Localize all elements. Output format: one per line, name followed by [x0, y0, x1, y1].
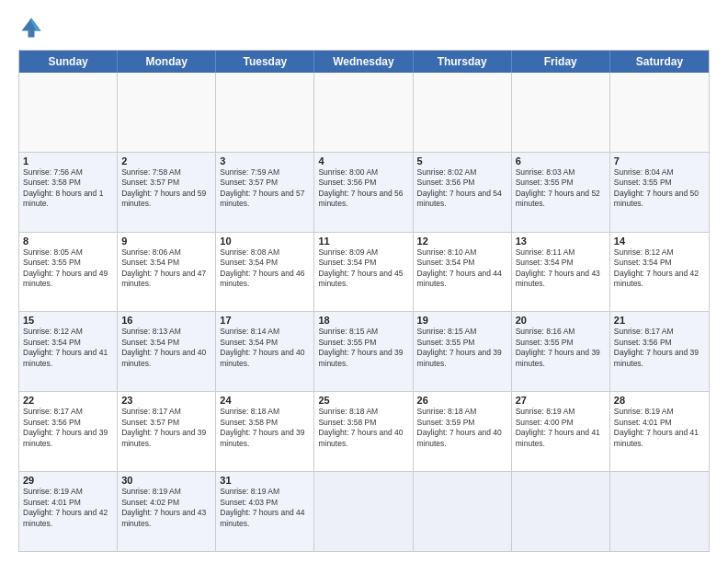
day-cell-15: 15Sunrise: 8:12 AMSunset: 3:54 PMDayligh… [19, 312, 118, 391]
day-cell-7: 7Sunrise: 8:04 AMSunset: 3:55 PMDaylight… [610, 153, 709, 232]
day-cell-2: 2Sunrise: 7:58 AMSunset: 3:57 PMDaylight… [118, 153, 216, 232]
day-cell-18: 18Sunrise: 8:15 AMSunset: 3:55 PMDayligh… [314, 312, 413, 391]
day-cell-28: 28Sunrise: 8:19 AMSunset: 4:01 PMDayligh… [610, 392, 709, 471]
empty-cell [118, 73, 216, 152]
day-info: Sunrise: 8:12 AMSunset: 3:54 PMDaylight:… [614, 247, 705, 290]
day-number: 11 [318, 236, 408, 247]
day-number: 21 [614, 315, 705, 326]
day-cell-25: 25Sunrise: 8:18 AMSunset: 3:58 PMDayligh… [314, 392, 413, 471]
day-cell-8: 8Sunrise: 8:05 AMSunset: 3:55 PMDaylight… [19, 233, 118, 312]
header-cell-tuesday: Tuesday [216, 51, 314, 73]
day-number: 9 [121, 236, 211, 247]
day-cell-23: 23Sunrise: 8:17 AMSunset: 3:57 PMDayligh… [118, 392, 216, 471]
day-cell-9: 9Sunrise: 8:06 AMSunset: 3:54 PMDaylight… [118, 233, 216, 312]
day-info: Sunrise: 8:15 AMSunset: 3:55 PMDaylight:… [417, 327, 507, 369]
calendar-row-5: 22Sunrise: 8:17 AMSunset: 3:56 PMDayligh… [19, 391, 709, 471]
day-info: Sunrise: 8:17 AMSunset: 3:57 PMDaylight:… [121, 407, 211, 449]
day-number: 3 [220, 155, 310, 167]
day-info: Sunrise: 7:59 AMSunset: 3:57 PMDaylight:… [220, 167, 310, 210]
day-info: Sunrise: 8:17 AMSunset: 3:56 PMDaylight:… [614, 327, 705, 369]
day-info: Sunrise: 8:04 AMSunset: 3:55 PMDaylight:… [614, 167, 705, 210]
day-cell-22: 22Sunrise: 8:17 AMSunset: 3:56 PMDayligh… [19, 392, 118, 471]
day-number: 4 [318, 155, 408, 167]
calendar-header: SundayMondayTuesdayWednesdayThursdayFrid… [19, 51, 709, 73]
day-cell-11: 11Sunrise: 8:09 AMSunset: 3:54 PMDayligh… [314, 233, 413, 312]
header-cell-monday: Monday [118, 51, 216, 73]
day-number: 2 [121, 155, 211, 167]
day-info: Sunrise: 8:08 AMSunset: 3:54 PMDaylight:… [220, 247, 310, 290]
day-cell-4: 4Sunrise: 8:00 AMSunset: 3:56 PMDaylight… [314, 153, 413, 232]
day-number: 24 [220, 395, 310, 406]
empty-cell [610, 73, 709, 152]
calendar-body: 1Sunrise: 7:56 AMSunset: 3:58 PMDaylight… [19, 73, 709, 551]
calendar-row-4: 15Sunrise: 8:12 AMSunset: 3:54 PMDayligh… [19, 311, 709, 391]
empty-cell [414, 73, 512, 152]
day-info: Sunrise: 8:06 AMSunset: 3:54 PMDaylight:… [121, 247, 211, 290]
day-info: Sunrise: 8:17 AMSunset: 3:56 PMDaylight:… [23, 407, 113, 449]
day-cell-24: 24Sunrise: 8:18 AMSunset: 3:58 PMDayligh… [216, 392, 314, 471]
day-number: 1 [23, 155, 113, 167]
day-info: Sunrise: 8:19 AMSunset: 4:01 PMDaylight:… [614, 407, 705, 449]
day-cell-27: 27Sunrise: 8:19 AMSunset: 4:00 PMDayligh… [512, 392, 610, 471]
day-cell-31: 31Sunrise: 8:19 AMSunset: 4:03 PMDayligh… [216, 472, 314, 551]
day-number: 26 [417, 395, 507, 406]
empty-cell [314, 73, 413, 152]
day-info: Sunrise: 8:14 AMSunset: 3:54 PMDaylight:… [220, 327, 310, 369]
header [18, 15, 710, 40]
day-number: 28 [614, 395, 705, 406]
day-cell-21: 21Sunrise: 8:17 AMSunset: 3:56 PMDayligh… [610, 312, 709, 391]
empty-cell [314, 472, 413, 551]
day-number: 12 [417, 236, 507, 247]
day-number: 29 [23, 475, 113, 486]
header-cell-sunday: Sunday [19, 51, 118, 73]
day-info: Sunrise: 8:13 AMSunset: 3:54 PMDaylight:… [121, 327, 211, 369]
day-number: 31 [220, 475, 310, 486]
day-number: 25 [318, 395, 408, 406]
page: SundayMondayTuesdayWednesdayThursdayFrid… [0, 0, 728, 563]
empty-cell [610, 472, 709, 551]
day-cell-20: 20Sunrise: 8:16 AMSunset: 3:55 PMDayligh… [512, 312, 610, 391]
day-cell-3: 3Sunrise: 7:59 AMSunset: 3:57 PMDaylight… [216, 153, 314, 232]
day-info: Sunrise: 8:00 AMSunset: 3:56 PMDaylight:… [318, 167, 408, 210]
day-info: Sunrise: 8:05 AMSunset: 3:55 PMDaylight:… [23, 247, 113, 290]
empty-cell [19, 73, 118, 152]
day-number: 16 [121, 315, 211, 326]
day-number: 10 [220, 236, 310, 247]
calendar-row-3: 8Sunrise: 8:05 AMSunset: 3:55 PMDaylight… [19, 232, 709, 312]
empty-cell [216, 73, 314, 152]
header-cell-saturday: Saturday [610, 51, 709, 73]
logo-icon [18, 15, 44, 40]
calendar-row-1 [19, 73, 709, 152]
day-info: Sunrise: 8:19 AMSunset: 4:02 PMDaylight:… [121, 487, 211, 529]
header-cell-friday: Friday [512, 51, 610, 73]
day-cell-17: 17Sunrise: 8:14 AMSunset: 3:54 PMDayligh… [216, 312, 314, 391]
day-info: Sunrise: 8:18 AMSunset: 3:58 PMDaylight:… [318, 407, 408, 449]
day-number: 23 [121, 395, 211, 406]
empty-cell [414, 472, 512, 551]
day-cell-1: 1Sunrise: 7:56 AMSunset: 3:58 PMDaylight… [19, 153, 118, 232]
day-number: 6 [516, 155, 606, 167]
day-cell-30: 30Sunrise: 8:19 AMSunset: 4:02 PMDayligh… [118, 472, 216, 551]
day-info: Sunrise: 8:12 AMSunset: 3:54 PMDaylight:… [23, 327, 113, 369]
day-number: 7 [614, 155, 705, 167]
logo [18, 15, 48, 40]
day-number: 8 [23, 236, 113, 247]
day-cell-14: 14Sunrise: 8:12 AMSunset: 3:54 PMDayligh… [610, 233, 709, 312]
day-number: 18 [318, 315, 408, 326]
calendar: SundayMondayTuesdayWednesdayThursdayFrid… [18, 50, 710, 552]
day-number: 13 [516, 236, 606, 247]
day-info: Sunrise: 7:58 AMSunset: 3:57 PMDaylight:… [121, 167, 211, 210]
empty-cell [512, 73, 610, 152]
day-info: Sunrise: 8:16 AMSunset: 3:55 PMDaylight:… [516, 327, 606, 369]
day-cell-10: 10Sunrise: 8:08 AMSunset: 3:54 PMDayligh… [216, 233, 314, 312]
calendar-row-2: 1Sunrise: 7:56 AMSunset: 3:58 PMDaylight… [19, 152, 709, 232]
header-cell-thursday: Thursday [414, 51, 512, 73]
day-cell-13: 13Sunrise: 8:11 AMSunset: 3:54 PMDayligh… [512, 233, 610, 312]
day-info: Sunrise: 8:15 AMSunset: 3:55 PMDaylight:… [318, 327, 408, 369]
day-info: Sunrise: 8:03 AMSunset: 3:55 PMDaylight:… [516, 167, 606, 210]
day-number: 19 [417, 315, 507, 326]
day-info: Sunrise: 8:10 AMSunset: 3:54 PMDaylight:… [417, 247, 507, 290]
day-number: 5 [417, 155, 507, 167]
day-number: 14 [614, 236, 705, 247]
day-cell-26: 26Sunrise: 8:18 AMSunset: 3:59 PMDayligh… [414, 392, 512, 471]
